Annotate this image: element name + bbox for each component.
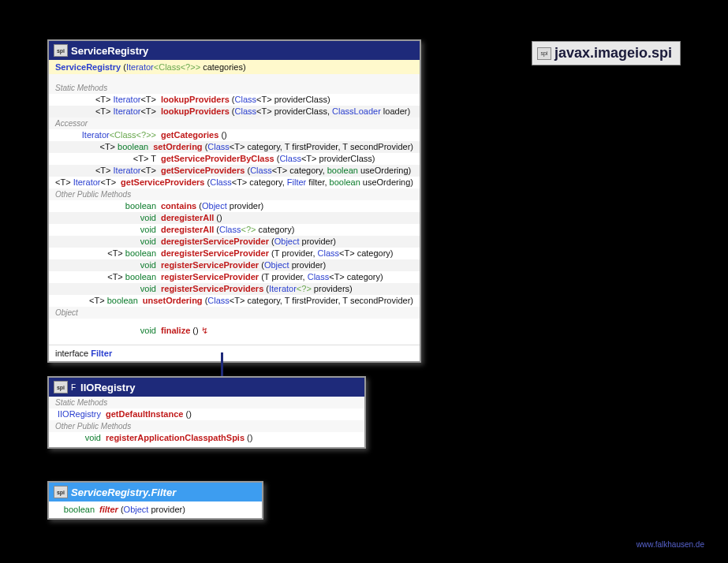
package-icon: spi bbox=[537, 47, 551, 60]
class-iio-registry: spi F IIORegistry Static Methods IIORegi… bbox=[47, 376, 366, 449]
filter-link[interactable]: Filter bbox=[91, 349, 112, 358]
section-static: Static Methods bbox=[49, 397, 364, 408]
interface-filter: spi ServiceRegistry.Filter boolean filte… bbox=[47, 481, 263, 520]
interface-title: ServiceRegistry.Filter bbox=[71, 487, 176, 498]
section-other: Other Public Methods bbox=[49, 188, 420, 200]
class-header: spi F IIORegistry bbox=[49, 378, 364, 397]
class-icon: spi bbox=[54, 44, 68, 57]
final-modifier: F bbox=[71, 383, 76, 392]
throws-icon: ↯ bbox=[201, 326, 208, 335]
interface-icon: spi bbox=[54, 486, 68, 498]
inner-interface-row: interface Filter bbox=[49, 345, 420, 361]
package-name-label: javax.imageio.spi bbox=[554, 45, 672, 62]
constructor-name: ServiceRegistry bbox=[55, 62, 121, 72]
constructor-row: ServiceRegistry (Iterator<Class<?>> cate… bbox=[49, 60, 420, 74]
section-accessor: Accessor bbox=[49, 117, 420, 129]
class-icon: spi bbox=[54, 381, 68, 393]
inheritance-connector bbox=[221, 352, 223, 376]
interface-header: spi ServiceRegistry.Filter bbox=[49, 483, 262, 501]
section-object: Object bbox=[49, 307, 420, 319]
section-other: Other Public Methods bbox=[49, 420, 364, 432]
class-title: IIORegistry bbox=[80, 382, 135, 393]
class-header: spi ServiceRegistry bbox=[49, 41, 420, 60]
package-title: spi javax.imageio.spi bbox=[532, 41, 681, 65]
class-service-registry: spi ServiceRegistry ServiceRegistry (Ite… bbox=[47, 39, 421, 363]
footer-link[interactable]: www.falkhausen.de bbox=[637, 540, 704, 549]
section-static: Static Methods bbox=[49, 82, 420, 94]
class-title: ServiceRegistry bbox=[71, 45, 148, 57]
